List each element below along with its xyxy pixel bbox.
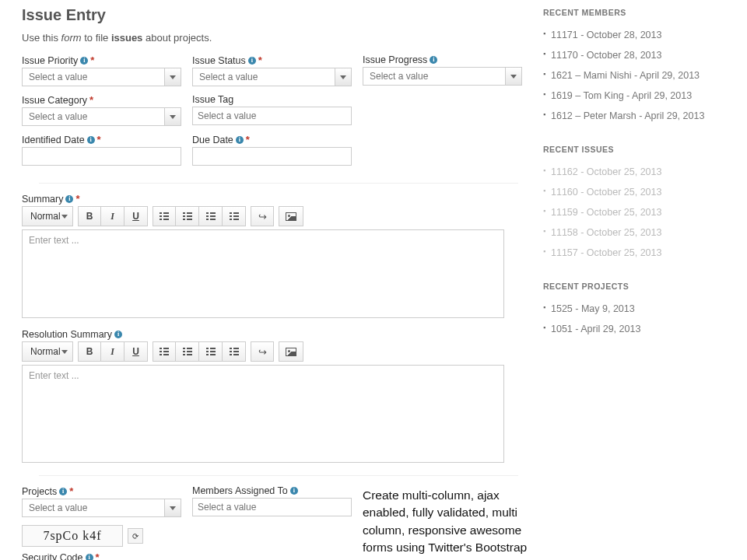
italic-icon: I [110, 346, 114, 358]
link-button[interactable] [251, 341, 274, 362]
list-item[interactable]: 11170 - October 28, 2013 [543, 45, 738, 65]
outdent-icon [206, 212, 216, 220]
issue-status-dropdown-button[interactable] [335, 68, 352, 86]
members-input[interactable] [192, 498, 352, 516]
bullet-list-icon [160, 212, 169, 220]
format-dropdown[interactable]: Normal [22, 206, 73, 226]
italic-button[interactable]: I [101, 341, 124, 362]
outdent-button[interactable] [199, 206, 223, 226]
info-icon[interactable]: i [86, 554, 93, 561]
info-icon[interactable]: i [236, 136, 244, 144]
projects-select[interactable] [22, 499, 164, 517]
projects-label: Projects i * [22, 485, 181, 497]
chevron-down-icon [340, 75, 346, 79]
due-date-label: Due Date i * [192, 134, 352, 145]
bold-button[interactable]: B [78, 206, 101, 226]
number-list-button[interactable] [176, 206, 199, 226]
image-button[interactable] [279, 341, 303, 362]
list-item[interactable]: 1051 - April 29, 2013 [543, 319, 738, 339]
issue-tag-label: Issue Tag [192, 94, 352, 105]
list-item[interactable]: 11162 - October 25, 2013 [543, 162, 738, 182]
list-item[interactable]: 11159 - October 25, 2013 [543, 202, 738, 222]
bullet-list-button[interactable] [153, 206, 176, 226]
intro-b: issues [111, 32, 142, 44]
due-date-input[interactable] [192, 147, 352, 166]
issue-status-label: Issue Status i * [192, 54, 352, 66]
intro-post: about projects. [142, 32, 212, 44]
number-list-icon [183, 348, 192, 355]
outdent-icon [206, 348, 216, 355]
bold-icon: B [86, 211, 93, 222]
bold-button[interactable]: B [78, 341, 101, 362]
intro-pre: Use this [22, 32, 61, 44]
italic-button[interactable]: I [101, 206, 124, 226]
resolution-toolbar: Normal B I U [22, 341, 535, 362]
image-button[interactable] [279, 206, 303, 226]
list-item[interactable]: 1621 – Mami Nishi - April 29, 2013 [543, 65, 738, 86]
number-list-button[interactable] [176, 341, 199, 362]
info-icon[interactable]: i [80, 57, 88, 65]
list-item[interactable]: 11158 - October 25, 2013 [543, 222, 738, 243]
divider [39, 183, 518, 184]
italic-icon: I [110, 211, 114, 222]
outdent-button[interactable] [199, 341, 223, 362]
list-item[interactable]: 1612 – Peter Marsh - April 29, 2013 [543, 106, 738, 126]
issue-category-label: Issue Category * [22, 94, 181, 106]
issue-category-select[interactable] [22, 107, 164, 126]
issue-priority-select[interactable] [22, 68, 164, 86]
underline-button[interactable]: U [124, 341, 148, 362]
info-icon[interactable]: i [114, 331, 122, 338]
info-icon[interactable]: i [87, 136, 95, 144]
bold-icon: B [86, 346, 93, 357]
underline-button[interactable]: U [124, 206, 148, 226]
chevron-down-icon [61, 350, 68, 354]
list-item[interactable]: 11157 - October 25, 2013 [543, 243, 738, 263]
intro-text: Use this form to file issues about proje… [22, 32, 535, 44]
format-dropdown[interactable]: Normal [22, 341, 73, 362]
issue-category-dropdown-button[interactable] [164, 107, 181, 126]
link-button[interactable] [251, 206, 274, 226]
list-item[interactable]: 11160 - October 25, 2013 [543, 182, 738, 202]
chevron-down-icon [61, 215, 68, 219]
image-icon [286, 212, 296, 221]
list-item[interactable]: 1619 – Tom King - April 29, 2013 [543, 86, 738, 106]
captcha-refresh-button[interactable]: ⟳ [128, 528, 143, 544]
required-icon: * [258, 54, 262, 66]
issue-priority-dropdown-button[interactable] [164, 68, 181, 86]
recent-members-list: 11171 - October 28, 2013 11170 - October… [543, 25, 738, 126]
required-icon: * [97, 134, 101, 145]
summary-editor[interactable]: Enter text ... [22, 229, 504, 318]
identified-date-input[interactable] [22, 147, 181, 166]
info-icon[interactable]: i [65, 195, 73, 203]
image-icon [286, 348, 296, 356]
bullet-list-icon [160, 348, 169, 355]
recent-issues-heading: RECENT ISSUES [543, 145, 738, 154]
issue-progress-dropdown-button[interactable] [505, 67, 522, 86]
info-icon[interactable]: i [248, 57, 256, 65]
indent-button[interactable] [223, 206, 246, 226]
issue-status-select[interactable] [192, 68, 335, 86]
list-item[interactable]: 11171 - October 28, 2013 [543, 25, 738, 45]
recent-projects-heading: RECENT PROJECTS [543, 282, 738, 291]
indent-button[interactable] [223, 341, 246, 362]
recent-projects-list: 1525 - May 9, 2013 1051 - April 29, 2013 [543, 299, 738, 339]
link-icon [258, 346, 267, 358]
bullet-list-button[interactable] [153, 341, 176, 362]
issue-progress-select[interactable] [363, 67, 505, 86]
chevron-down-icon [170, 115, 176, 119]
intro-mid: to file [82, 32, 111, 44]
refresh-icon: ⟳ [132, 532, 139, 541]
required-icon: * [75, 193, 79, 205]
chevron-down-icon [170, 506, 176, 510]
issue-tag-input[interactable] [192, 107, 352, 125]
projects-dropdown-button[interactable] [164, 499, 181, 517]
info-icon[interactable]: i [59, 488, 67, 495]
info-icon[interactable]: i [290, 487, 298, 495]
resolution-editor[interactable]: Enter text ... [22, 365, 504, 463]
required-icon: * [90, 54, 94, 66]
required-icon: * [69, 485, 73, 497]
list-item[interactable]: 1525 - May 9, 2013 [543, 299, 738, 319]
intro-em: form [61, 32, 82, 44]
chevron-down-icon [510, 75, 517, 79]
info-icon[interactable]: i [430, 56, 437, 64]
